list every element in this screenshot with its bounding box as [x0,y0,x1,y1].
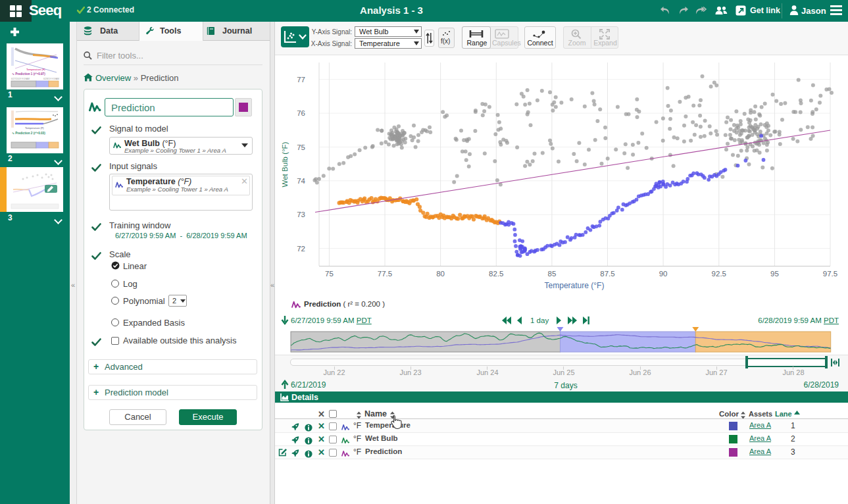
svg-text:85: 85 [548,270,557,278]
svg-text:82.5: 82.5 [489,270,503,278]
svg-text:∿ Prediction 2 (r²=0.03): ∿ Prediction 2 (r²=0.03) [12,132,45,135]
svg-text:90: 90 [659,270,668,278]
svg-text:92.5: 92.5 [712,270,726,278]
svg-text:77: 77 [297,76,305,84]
svg-text:87.5: 87.5 [600,270,614,278]
svg-text:72: 72 [297,245,305,253]
svg-text:76: 76 [297,109,305,117]
svg-text:6/28/19 9:59AM: 6/28/19 9:59AM [43,78,59,80]
svg-text:77.5: 77.5 [378,270,392,278]
svg-text:Wet Bulb (°F): Wet Bulb (°F) [281,141,289,187]
svg-text:97.5: 97.5 [823,270,837,278]
svg-text:75: 75 [325,270,334,278]
svg-text:Temperature (°F): Temperature (°F) [545,281,605,290]
svg-text:Temperature (F): Temperature (F) [26,68,45,71]
svg-text:∿ Prediction 1 (r²=0.97): ∿ Prediction 1 (r²=0.97) [12,72,45,76]
svg-text:75: 75 [297,143,305,151]
svg-text:6/27/2019 9:59AM: 6/27/2019 9:59AM [11,78,30,80]
svg-text:74: 74 [297,177,305,185]
svg-text:73: 73 [297,211,305,218]
svg-text:95: 95 [770,270,779,278]
svg-text:Temperature (F): Temperature (F) [25,126,44,130]
svg-text:80: 80 [436,270,445,278]
